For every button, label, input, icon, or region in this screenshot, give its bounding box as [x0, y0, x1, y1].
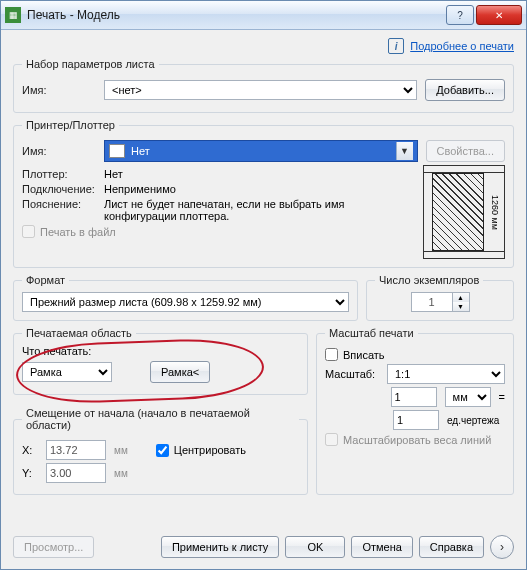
what-print-label: Что печатать: [22, 345, 299, 357]
paper-size-legend: Формат [22, 274, 69, 286]
scale-den-input[interactable] [393, 410, 439, 430]
chevron-right-icon: › [500, 540, 504, 554]
dialog-footer: Просмотр... Применить к листу OK Отмена … [1, 529, 526, 569]
ok-button[interactable]: OK [285, 536, 345, 558]
copies-spinner[interactable]: ▲▼ [453, 292, 470, 312]
printer-legend: Принтер/Плоттер [22, 119, 119, 131]
fit-label: Вписать [343, 349, 385, 361]
scale-num-input[interactable] [391, 387, 437, 407]
fit-checkbox[interactable] [325, 348, 338, 361]
printer-name-value: Нет [131, 145, 150, 157]
page-setup-legend: Набор параметров листа [22, 58, 159, 70]
plotter-value: Нет [104, 168, 123, 180]
copies-group: Число экземпляров ▲▼ [366, 274, 514, 321]
copies-input[interactable] [411, 292, 453, 312]
offset-group: Смещение от начала (начало в печатаемой … [13, 407, 308, 495]
plotter-label: Плоттер: [22, 168, 96, 180]
connection-value: Неприменимо [104, 183, 176, 195]
offset-legend: Смещение от начала (начало в печатаемой … [22, 407, 299, 431]
add-pageset-button[interactable]: Добавить... [425, 79, 505, 101]
printer-icon [109, 144, 125, 158]
preview-button[interactable]: Просмотр... [13, 536, 94, 558]
print-to-file-checkbox[interactable] [22, 225, 35, 238]
plot-area-group: Печатаемая область Что печатать: Рамка Р… [13, 327, 308, 395]
y-unit: мм [114, 468, 128, 479]
close-button[interactable]: ✕ [476, 5, 522, 25]
apply-to-layout-button[interactable]: Применить к листу [161, 536, 280, 558]
scale-label: Масштаб: [325, 368, 379, 380]
connection-label: Подключение: [22, 183, 96, 195]
scale-den-unit: ед.чертежа [447, 415, 505, 426]
plot-area-legend: Печатаемая область [22, 327, 136, 339]
pageset-name-label: Имя: [22, 84, 96, 96]
paper-size-select[interactable]: Прежний размер листа (609.98 x 1259.92 м… [22, 292, 349, 312]
scale-unit-select[interactable]: мм [445, 387, 491, 407]
paper-dim-text: 1260 мм [490, 195, 500, 230]
scale-eq: = [499, 391, 505, 403]
scale-group: Масштаб печати Вписать Масштаб: 1:1 мм [316, 327, 514, 495]
window-title: Печать - Модель [27, 8, 444, 22]
printer-props-button[interactable]: Свойства... [426, 140, 505, 162]
printer-name-label: Имя: [22, 145, 96, 157]
desc-label: Пояснение: [22, 198, 96, 210]
y-label: Y: [22, 467, 38, 479]
pageset-name-select[interactable]: <нет> [104, 80, 417, 100]
x-unit: мм [114, 445, 128, 456]
scale-select[interactable]: 1:1 [387, 364, 505, 384]
copies-legend: Число экземпляров [375, 274, 483, 286]
cancel-button[interactable]: Отмена [351, 536, 412, 558]
print-to-file-label: Печать в файл [40, 226, 116, 238]
expand-button[interactable]: › [490, 535, 514, 559]
chevron-down-icon: ▼ [396, 142, 413, 160]
center-checkbox[interactable] [156, 444, 169, 457]
scale-legend: Масштаб печати [325, 327, 418, 339]
print-dialog: ▦ Печать - Модель ? ✕ i Подробнее о печа… [0, 0, 527, 570]
desc-value: Лист не будет напечатан, если не выбрать… [104, 198, 415, 222]
learn-more-link[interactable]: Подробнее о печати [410, 40, 514, 52]
window-pick-button[interactable]: Рамка< [150, 361, 210, 383]
page-setup-group: Набор параметров листа Имя: <нет> Добави… [13, 58, 514, 113]
info-icon: i [388, 38, 404, 54]
app-icon: ▦ [5, 7, 21, 23]
printer-name-select[interactable]: Нет ▼ [104, 140, 418, 162]
x-input[interactable] [46, 440, 106, 460]
what-print-select[interactable]: Рамка [22, 362, 112, 382]
x-label: X: [22, 444, 38, 456]
titlebar[interactable]: ▦ Печать - Модель ? ✕ [1, 1, 526, 30]
scale-lw-label: Масштабировать веса линий [343, 434, 491, 446]
center-label: Центрировать [174, 444, 246, 456]
help-titlebar-button[interactable]: ? [446, 5, 474, 25]
y-input[interactable] [46, 463, 106, 483]
scale-lw-checkbox[interactable] [325, 433, 338, 446]
paper-preview: 1260 мм [423, 165, 505, 259]
paper-size-group: Формат Прежний размер листа (609.98 x 12… [13, 274, 358, 321]
printer-group: Принтер/Плоттер Имя: Нет ▼ Свойства... П… [13, 119, 514, 268]
help-button[interactable]: Справка [419, 536, 484, 558]
